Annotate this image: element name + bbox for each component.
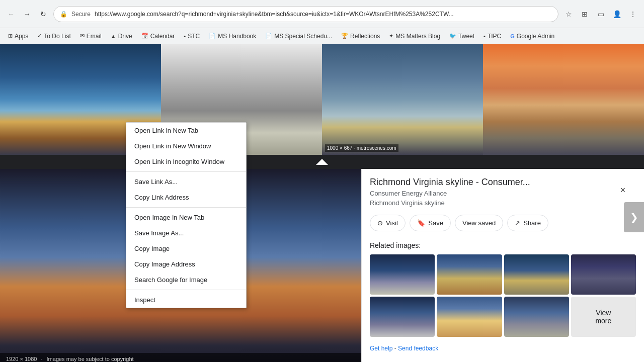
bookmark-tweet[interactable]: 🐦 Tweet [445,31,478,42]
address-text: https://www.google.com/search?q=richmond… [95,11,552,18]
bookmark-reflections-label: Reflections [350,33,380,40]
bookmark-special-label: MS Special Schedu... [274,33,332,40]
context-open-link-new-window[interactable]: Open Link in New Window [126,138,246,154]
back-button[interactable]: ← [4,7,18,21]
next-arrow-button[interactable]: ❯ [624,202,644,232]
arrow-indicator [0,155,644,169]
context-copy-image[interactable]: Copy Image [126,241,246,256]
view-saved-button[interactable]: View saved [455,215,503,231]
handbook-icon: 📄 [209,33,216,39]
drive-icon: ▲ [111,33,116,39]
context-save-image-as[interactable]: Save Image As... [126,225,246,241]
bookmark-apps-label: Apps [15,33,28,40]
bookmark-apps[interactable]: ⊞ Apps [4,31,32,42]
profile-icon[interactable]: 👤 [610,7,624,21]
bookmark-googleadmin[interactable]: G Google Admin [506,31,558,42]
bookmark-stc-label: STC [188,33,200,40]
related-images-row1 [370,254,636,295]
context-open-link-new-tab[interactable]: Open Link in New Tab [126,123,246,138]
bookmark-email[interactable]: ✉ Email [76,31,106,42]
email-icon: ✉ [80,33,85,39]
get-help-link[interactable]: Get help [370,345,392,352]
bookmark-tipc[interactable]: • TIPC [479,31,505,42]
share-icon: ↗ [515,219,520,227]
image-grid: 1000 × 667 · metroscenes.com [0,44,644,155]
bookmark-drive[interactable]: ▲ Drive [107,31,136,42]
image-dimensions: 1920 × 1080 [6,356,37,362]
context-open-image-new-tab[interactable]: Open Image in New Tab [126,210,246,225]
bookmark-handbook[interactable]: 📄 MS Handbook [205,31,260,42]
save-icon: 🔖 [417,219,425,227]
next-arrow-icon: ❯ [630,211,638,223]
forward-button[interactable]: → [20,7,34,21]
footer-separator: - [394,345,398,352]
reflections-icon: 🏆 [341,33,348,39]
context-inspect[interactable]: Inspect [126,292,246,308]
related-title: Related images: [370,241,636,249]
image-label: 1000 × 667 · metroscenes.com [325,144,398,152]
related-image-6[interactable] [437,297,502,337]
send-feedback-link[interactable]: Send feedback [398,345,438,352]
bookmark-calendar[interactable]: 📅 Calendar [137,31,179,42]
context-separator-2 [126,207,246,208]
secure-label: Secure [71,11,91,18]
todo-icon: ✓ [37,33,42,39]
googleadmin-icon: G [510,33,515,39]
save-label: Save [428,219,443,227]
msmatters-icon: ✦ [389,33,393,39]
context-open-link-incognito[interactable]: Open Link in Incognito Window [126,154,246,169]
share-label: Share [523,219,541,227]
save-button[interactable]: 🔖 Save [410,215,451,231]
bookmark-googleadmin-label: Google Admin [517,33,554,40]
bookmark-stc[interactable]: • STC [180,31,204,42]
context-copy-image-address[interactable]: Copy Image Address [126,256,246,272]
related-image-2[interactable] [437,254,502,295]
calendar-icon: 📅 [141,33,148,39]
grid-image-3[interactable]: 1000 × 667 · metroscenes.com [322,44,483,155]
context-separator-3 [126,290,246,290]
tweet-icon: 🐦 [449,33,456,39]
menu-icon[interactable]: ⋮ [626,7,640,21]
action-buttons: ⊙ Visit 🔖 Save View saved ↗ Share [370,215,636,231]
extensions-icon[interactable]: ⊞ [578,7,592,21]
view-more-button[interactable]: Viewmore [571,297,636,337]
bookmark-email-label: Email [87,33,102,40]
context-save-link-as[interactable]: Save Link As... [126,174,246,190]
image-source: Consumer Energy Alliance [370,190,636,197]
context-separator-1 [126,171,246,172]
bookmark-msmatters[interactable]: ✦ MS Matters Blog [385,31,444,42]
related-image-3[interactable] [504,254,569,295]
close-button[interactable]: × [615,182,631,198]
bookmark-todo[interactable]: ✓ To Do List [33,31,74,42]
grid-image-4[interactable] [483,44,644,155]
right-panel: × ❯ Richmond Virginia skyline - Consumer… [361,169,644,362]
image-subtitle: Richmond Virginia skyline [370,199,636,207]
bookmark-todo-label: To Do List [44,33,70,40]
related-images-row2: Viewmore [370,297,636,337]
browser-bar: ← → ↻ 🔒 Secure https://www.google.com/se… [0,0,644,28]
reload-button[interactable]: ↻ [36,7,50,21]
context-search-google-image[interactable]: Search Google for Image [126,272,246,288]
image-title: Richmond Virginia skyline - Consumer... [370,177,636,188]
related-image-7[interactable] [504,297,569,337]
related-image-1[interactable] [370,254,435,295]
cast-icon[interactable]: ▭ [594,7,608,21]
related-image-5[interactable] [370,297,435,337]
bookmark-calendar-label: Calendar [150,33,175,40]
address-bar[interactable]: 🔒 Secure https://www.google.com/search?q… [53,6,558,22]
share-button[interactable]: ↗ Share [507,215,548,231]
visit-button[interactable]: ⊙ Visit [370,215,406,231]
bookmark-drive-label: Drive [118,33,132,40]
image-separator: · [41,356,42,362]
nav-buttons: ← → ↻ [4,7,50,21]
related-image-4[interactable] [571,254,636,295]
toolbar-icons: ☆ ⊞ ▭ 👤 ⋮ [561,7,640,21]
image-copyright: Images may be subject to copyright [47,356,134,362]
image-footer: 1920 × 1080 · Images may be subject to c… [0,353,361,362]
bookmark-star-icon[interactable]: ☆ [561,7,576,21]
bookmark-reflections[interactable]: 🏆 Reflections [337,31,384,42]
visit-label: Visit [386,219,398,227]
context-copy-link-address[interactable]: Copy Link Address [126,190,246,205]
bookmark-handbook-label: MS Handbook [218,33,256,40]
bookmark-special[interactable]: 📄 MS Special Schedu... [261,31,336,42]
